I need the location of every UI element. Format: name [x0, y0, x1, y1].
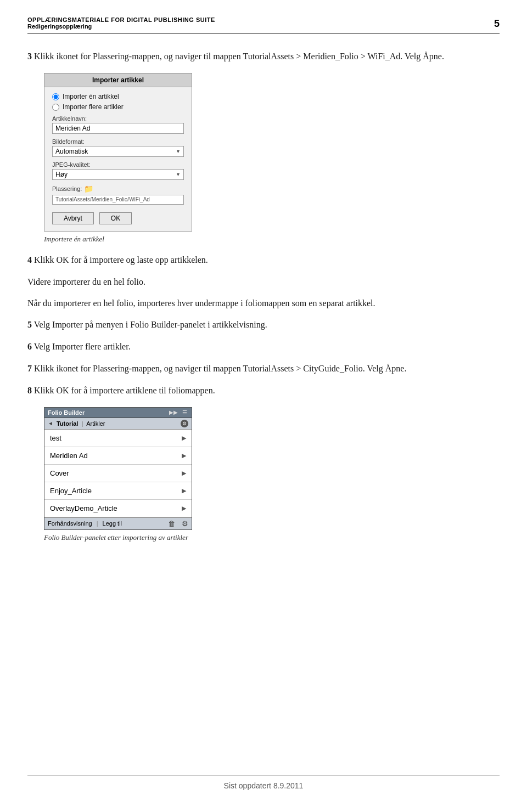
folio-builder-panel: Folio Builder ▶▶ ☰ ◄ Tutorial | Artikler…: [44, 407, 192, 530]
dialog-body: Importer én artikkel Importer flere arti…: [44, 87, 192, 231]
cancel-button[interactable]: Avbryt: [52, 212, 94, 224]
folio-panel-delete-icon[interactable]: 🗑: [168, 520, 175, 528]
placement-folder-icon[interactable]: 📁: [84, 184, 93, 193]
step-5-text: 5 Velg Importer på menyen i Folio Builde…: [27, 318, 500, 331]
header-page-number: 5: [494, 18, 500, 30]
folio-panel-preview-button[interactable]: Forhåndsvisning: [48, 520, 92, 527]
placement-path: TutorialAssets/Meridien_Folio/WiFi_Ad: [52, 195, 184, 205]
step-4-text: 4 Klikk OK for å importere og laste opp …: [27, 253, 500, 267]
folio-panel-nav-articles: Artikler: [86, 420, 105, 427]
dialog-title: Importer artikkel: [92, 76, 144, 84]
list-item-arrow-icon: ▶: [182, 470, 186, 477]
folio-panel-controls: ▶▶ ☰: [168, 409, 188, 415]
folio-panel-footer: Forhåndsvisning | Legg til 🗑 ⚙: [44, 517, 192, 529]
folio-panel-menu-button[interactable]: ☰: [181, 409, 188, 415]
article-name-label: Artikkelnavn:: [52, 115, 184, 122]
step-8-number: 8: [27, 386, 32, 395]
step-8-content: Klikk OK for å importere artiklene til f…: [34, 386, 215, 395]
folio-panel-back-arrow-icon[interactable]: ◄: [48, 420, 53, 426]
header-left: OPPLÆRINGSMATERIALE FOR DIGITAL PUBLISHI…: [27, 16, 215, 30]
radio-one-article[interactable]: [52, 93, 59, 100]
step-7-block: 7 Klikk ikonet for Plassering-mappen, og…: [27, 362, 500, 375]
folio-panel-nav: ◄ Tutorial | Artikler ⚙: [44, 418, 192, 430]
image-format-arrow-icon: ▼: [176, 149, 181, 154]
folio-panel-settings2-icon[interactable]: ⚙: [182, 520, 188, 528]
step-3-block: 3 Klikk ikonet for Plassering-mappen, og…: [27, 50, 500, 63]
folio-panel-title: Folio Builder: [48, 409, 85, 416]
image-format-value: Automatisk: [55, 148, 176, 155]
dialog-buttons: Avbryt OK: [52, 212, 184, 224]
list-item[interactable]: Enjoy_Article ▶: [44, 482, 192, 500]
placement-row: Plassering: 📁: [52, 184, 184, 193]
step-3-number: 3: [27, 52, 32, 61]
folio-panel-add-button[interactable]: Legg til: [103, 520, 122, 527]
step-3-text: 3 Klikk ikonet for Plassering-mappen, og…: [27, 50, 500, 63]
folio-panel-settings-icon[interactable]: ⚙: [181, 420, 188, 427]
folio-panel-list: test ▶ Meridien Ad ▶ Cover ▶ Enjoy_Artic…: [44, 430, 192, 517]
body-text-1: Videre importerer du en hel folio.: [27, 275, 500, 289]
dialog-title-bar: Importer artikkel: [44, 74, 192, 87]
list-item-arrow-icon: ▶: [182, 505, 186, 512]
list-item[interactable]: Meridien Ad ▶: [44, 447, 192, 465]
folio-panel-expand-button[interactable]: ▶▶: [168, 409, 179, 415]
list-item-arrow-icon: ▶: [182, 452, 186, 459]
radio-multiple-articles-label: Importer flere artikler: [63, 103, 124, 111]
header-title: OPPLÆRINGSMATERIALE FOR DIGITAL PUBLISHI…: [27, 16, 215, 23]
radio-multiple-articles[interactable]: [52, 104, 59, 111]
folio-panel-footer-separator: |: [97, 520, 98, 527]
page-footer: Sist oppdatert 8.9.2011: [27, 775, 500, 790]
list-item-label: Enjoy_Article: [50, 487, 92, 495]
footer-text: Sist oppdatert 8.9.2011: [224, 781, 304, 790]
image-format-select[interactable]: Automatisk ▼: [52, 146, 184, 157]
step-4-number: 4: [27, 255, 32, 264]
article-name-input[interactable]: [52, 123, 184, 134]
list-item-label: Meridien Ad: [50, 452, 88, 460]
header-subtitle: Redigeringsopplæring: [27, 23, 215, 30]
caption-import-one: Importere én artikkel: [44, 235, 500, 244]
step-4-block: 4 Klikk OK for å importere og laste opp …: [27, 253, 500, 267]
step-7-text: 7 Klikk ikonet for Plassering-mappen, og…: [27, 362, 500, 375]
folio-panel-nav-tutorial: Tutorial: [57, 420, 79, 427]
step-5-block: 5 Velg Importer på menyen i Folio Builde…: [27, 318, 500, 331]
step-5-content: Velg Importer på menyen i Folio Builder-…: [34, 320, 267, 329]
jpeg-quality-select[interactable]: Høy ▼: [52, 169, 184, 180]
step-8-block: 8 Klikk OK for å importere artiklene til…: [27, 384, 500, 397]
jpeg-quality-arrow-icon: ▼: [176, 172, 181, 177]
list-item-label: OverlayDemo_Article: [50, 504, 117, 512]
ok-button[interactable]: OK: [99, 212, 132, 224]
step-6-content: Velg Importer flere artikler.: [34, 342, 131, 351]
list-item[interactable]: OverlayDemo_Article ▶: [44, 500, 192, 517]
step-4-content: Klikk OK for å importere og laste opp ar…: [34, 255, 208, 264]
step-6-text: 6 Velg Importer flere artikler.: [27, 340, 500, 353]
jpeg-quality-value: Høy: [55, 171, 176, 178]
image-format-label: Bildeformat:: [52, 138, 184, 145]
radio-row-1[interactable]: Importer én artikkel: [52, 93, 184, 100]
import-article-dialog: Importer artikkel Importer én artikkel I…: [44, 73, 192, 232]
list-item-label: test: [50, 434, 61, 442]
radio-row-2[interactable]: Importer flere artikler: [52, 103, 184, 111]
jpeg-quality-label: JPEG-kvalitet:: [52, 161, 184, 168]
list-item[interactable]: test ▶: [44, 430, 192, 447]
caption-folio-builder: Folio Builder-panelet etter importering …: [44, 533, 500, 542]
step-6-number: 6: [27, 342, 32, 351]
step-6-block: 6 Velg Importer flere artikler.: [27, 340, 500, 353]
page-header: OPPLÆRINGSMATERIALE FOR DIGITAL PUBLISHI…: [27, 16, 500, 33]
placement-label: Plassering:: [52, 185, 82, 192]
list-item[interactable]: Cover ▶: [44, 465, 192, 482]
step-5-number: 5: [27, 320, 32, 329]
folio-panel-nav-separator: |: [81, 420, 83, 427]
step-7-content: Klikk ikonet for Plassering-mappen, og n…: [34, 364, 406, 373]
list-item-arrow-icon: ▶: [182, 487, 186, 494]
step-8-text: 8 Klikk OK for å importere artiklene til…: [27, 384, 500, 397]
list-item-arrow-icon: ▶: [182, 435, 186, 442]
list-item-label: Cover: [50, 469, 69, 477]
body-text-2: Når du importerer en hel folio, importer…: [27, 297, 500, 311]
step-7-number: 7: [27, 364, 32, 373]
folio-panel-header: Folio Builder ▶▶ ☰: [44, 408, 192, 418]
radio-one-article-label: Importer én artikkel: [63, 93, 119, 100]
step-3-content: Klikk ikonet for Plassering-mappen, og n…: [34, 52, 444, 61]
